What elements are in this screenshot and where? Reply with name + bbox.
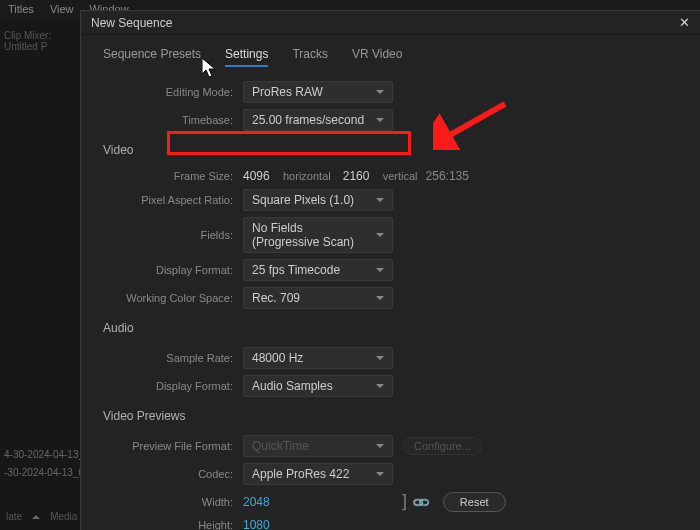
audio-display-format-value: Audio Samples (252, 379, 333, 393)
reset-button[interactable]: Reset (443, 492, 506, 512)
configure-button[interactable]: Configure... (403, 437, 482, 455)
menu-view[interactable]: View (50, 3, 74, 15)
codec-label: Codec: (103, 468, 243, 480)
display-format-label: Display Format: (103, 264, 243, 276)
frame-size-label: Frame Size: (103, 170, 243, 182)
late-col: late (6, 511, 22, 522)
timebase-label: Timebase: (103, 114, 243, 126)
preview-file-format-dropdown[interactable]: QuickTime (243, 435, 393, 457)
horizontal-label: horizontal (283, 170, 331, 182)
aspect-ratio: 256:135 (426, 169, 469, 183)
preview-file-format-label: Preview File Format: (103, 440, 243, 452)
annotation-arrow (433, 100, 513, 153)
sample-rate-value: 48000 Hz (252, 351, 303, 365)
chevron-down-icon (376, 444, 384, 448)
sort-arrow-icon[interactable] (32, 515, 40, 519)
menu-titles[interactable]: Titles (8, 3, 34, 15)
timebase-dropdown[interactable]: 25.00 frames/second (243, 109, 393, 131)
tab-vr-video[interactable]: VR Video (352, 47, 402, 67)
preview-file-format-value: QuickTime (252, 439, 309, 453)
display-format-value: 25 fps Timecode (252, 263, 340, 277)
audio-section: Audio (103, 315, 678, 341)
fields-dropdown[interactable]: No Fields (Progressive Scan) (243, 217, 393, 253)
tab-tracks[interactable]: Tracks (292, 47, 328, 67)
link-icon[interactable]: 🔗 (411, 491, 432, 512)
svg-marker-2 (202, 58, 215, 77)
vertical-label: vertical (383, 170, 418, 182)
working-color-space-value: Rec. 709 (252, 291, 300, 305)
preview-height-input[interactable]: 1080 (243, 518, 283, 530)
fields-label: Fields: (103, 229, 243, 241)
chevron-down-icon (376, 268, 384, 272)
chevron-down-icon (376, 118, 384, 122)
dialog-title: New Sequence (91, 16, 172, 30)
chevron-down-icon (376, 356, 384, 360)
codec-value: Apple ProRes 422 (252, 467, 349, 481)
preview-width-input[interactable]: 2048 (243, 495, 283, 509)
codec-dropdown[interactable]: Apple ProRes 422 (243, 463, 393, 485)
new-sequence-dialog: New Sequence ✕ Sequence Presets Settings… (80, 10, 700, 530)
sample-rate-dropdown[interactable]: 48000 Hz (243, 347, 393, 369)
sample-rate-label: Sample Rate: (103, 352, 243, 364)
editing-mode-value: ProRes RAW (252, 85, 323, 99)
tab-bar: Sequence Presets Settings Tracks VR Vide… (81, 35, 700, 67)
pixel-aspect-label: Pixel Aspect Ratio: (103, 194, 243, 206)
video-previews-section: Video Previews (103, 403, 678, 429)
chevron-down-icon (376, 198, 384, 202)
frame-height-input[interactable]: 2160 (343, 169, 383, 183)
clip-mixer-label: Clip Mixer: Untitled P (0, 30, 78, 52)
bracket-icon: ] (399, 491, 410, 512)
height-label: Height: (103, 519, 243, 530)
chevron-down-icon (376, 90, 384, 94)
working-color-space-label: Working Color Space: (103, 292, 243, 304)
working-color-space-dropdown[interactable]: Rec. 709 (243, 287, 393, 309)
chevron-down-icon (376, 384, 384, 388)
tab-sequence-presets[interactable]: Sequence Presets (103, 47, 201, 67)
audio-display-format-dropdown[interactable]: Audio Samples (243, 375, 393, 397)
tab-settings[interactable]: Settings (225, 47, 268, 67)
pixel-aspect-dropdown[interactable]: Square Pixels (1.0) (243, 189, 393, 211)
chevron-down-icon (376, 296, 384, 300)
fields-value: No Fields (Progressive Scan) (252, 221, 368, 249)
editing-mode-dropdown[interactable]: ProRes RAW (243, 81, 393, 103)
width-label: Width: (103, 496, 243, 508)
chevron-down-icon (376, 472, 384, 476)
chevron-down-icon (376, 233, 384, 237)
svg-line-1 (441, 104, 505, 140)
close-icon[interactable]: ✕ (679, 15, 690, 30)
pixel-aspect-value: Square Pixels (1.0) (252, 193, 354, 207)
dialog-titlebar: New Sequence ✕ (81, 11, 700, 35)
editing-mode-label: Editing Mode: (103, 86, 243, 98)
video-section: Video (103, 137, 678, 163)
settings-form: Editing Mode: ProRes RAW Timebase: 25.00… (81, 67, 700, 530)
frame-width-input[interactable]: 4096 (243, 169, 283, 183)
timebase-value: 25.00 frames/second (252, 113, 364, 127)
cursor-icon (202, 58, 220, 83)
audio-display-format-label: Display Format: (103, 380, 243, 392)
display-format-dropdown[interactable]: 25 fps Timecode (243, 259, 393, 281)
